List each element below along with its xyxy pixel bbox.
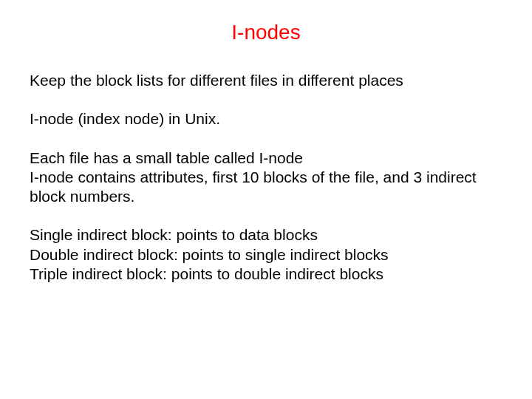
paragraph: Keep the block lists for different files… [30, 71, 502, 90]
paragraph: Single indirect block: points to data bl… [30, 225, 502, 284]
paragraph: Each file has a small table called I-nod… [30, 149, 502, 207]
paragraph: I-node (index node) in Unix. [30, 109, 502, 129]
slide-title: I-nodes [0, 21, 532, 44]
slide: I-nodes Keep the block lists for differe… [0, 0, 532, 399]
slide-body: Keep the block lists for different files… [30, 71, 502, 284]
